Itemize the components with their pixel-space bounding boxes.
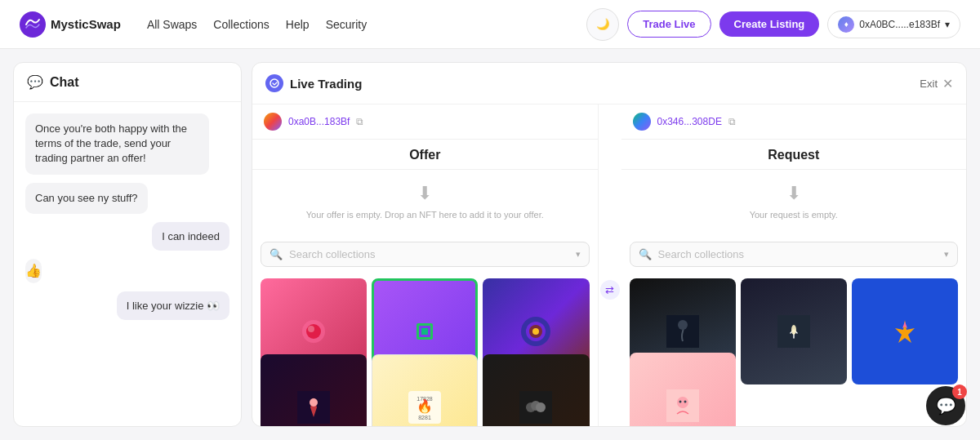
- logo-text: MysticSwap: [51, 17, 121, 31]
- req-nft-img-4: [630, 353, 736, 427]
- exit-button[interactable]: Exit ✕: [920, 76, 953, 91]
- svg-rect-7: [421, 328, 428, 335]
- nft-item-5[interactable]: 178288281🔥: [372, 354, 478, 427]
- req-nft-item-4[interactable]: [630, 353, 736, 427]
- offer-dropdown-arrow[interactable]: ▾: [576, 249, 581, 260]
- nft-img-5: 178288281🔥: [372, 355, 477, 427]
- trading-title: Live Trading: [290, 77, 362, 91]
- offer-search-input[interactable]: [289, 248, 569, 260]
- nav-right: 🌙 Trade Live Create Listing ♦ 0xA0BC....…: [586, 8, 960, 41]
- svg-point-3: [306, 324, 321, 339]
- svg-point-11: [532, 328, 539, 335]
- wallet-dropdown-icon: ▾: [945, 19, 950, 30]
- wallet-address: 0xA0BC.....e183Bf: [859, 19, 940, 30]
- svg-text:🔥: 🔥: [416, 398, 433, 414]
- offer-drop-area[interactable]: ⬇ Your offer is empty. Drop an NFT here …: [252, 170, 598, 235]
- theme-toggle[interactable]: 🌙: [586, 8, 619, 41]
- svg-point-1: [270, 79, 278, 87]
- svg-point-4: [308, 326, 314, 332]
- swap-arrows-icon[interactable]: ⇄: [600, 280, 620, 300]
- trading-header: Live Trading Exit ✕: [252, 63, 966, 104]
- live-icon: [265, 74, 283, 92]
- create-listing-button[interactable]: Create Listing: [719, 11, 820, 37]
- request-search-input[interactable]: [658, 248, 938, 260]
- offer-user-avatar: [264, 113, 282, 131]
- request-user-address[interactable]: 0x346...308DE: [657, 116, 722, 127]
- request-column: 0x346...308DE ⧉ Request ⬇ Your request i…: [621, 104, 967, 426]
- offer-user-address[interactable]: 0xa0B...183Bf: [288, 116, 350, 127]
- main-content: 💬 Chat Once you're both happy with the t…: [0, 49, 980, 440]
- request-copy-icon[interactable]: ⧉: [728, 116, 736, 127]
- request-drop-area[interactable]: ⬇ Your request is empty.: [621, 170, 967, 235]
- nft-img-4: [261, 354, 367, 427]
- chat-messages: Once you're both happy with the terms of…: [14, 102, 241, 426]
- nav-all-swaps[interactable]: All Swaps: [147, 18, 197, 31]
- message-4: 👍: [25, 259, 42, 283]
- swap-divider: ⇄: [599, 104, 621, 426]
- chat-panel: 💬 Chat Once you're both happy with the t…: [13, 62, 242, 427]
- offer-search-bar[interactable]: 🔍 ▾: [261, 242, 590, 267]
- message-2: Can you see ny stuff?: [25, 183, 148, 214]
- nft-img-6: [483, 354, 589, 427]
- svg-point-0: [20, 11, 46, 38]
- message-5: I like your wizzie 👀: [117, 291, 229, 320]
- exit-label: Exit: [920, 78, 938, 90]
- request-search-bar[interactable]: 🔍 ▾: [630, 242, 959, 267]
- chat-title: Chat: [50, 75, 79, 90]
- request-header: 0x346...308DE ⧉: [621, 104, 967, 140]
- svg-point-25: [791, 325, 796, 335]
- nav-collections[interactable]: Collections: [213, 18, 269, 31]
- offer-empty-text: Your offer is empty. Drop an NFT here to…: [306, 209, 544, 221]
- req-nft-item-3[interactable]: [852, 278, 958, 384]
- moon-icon: 🌙: [596, 18, 610, 30]
- req-nft-img-3: [852, 278, 958, 384]
- chat-icon: 💬: [27, 74, 43, 90]
- chat-header: 💬 Chat: [14, 63, 241, 102]
- trading-body: 0xa0B...183Bf ⧉ Offer ⬇ Your offer is em…: [252, 104, 966, 426]
- svg-point-13: [310, 398, 318, 407]
- svg-point-29: [677, 397, 688, 408]
- fab-chat-icon: 💬: [936, 396, 956, 416]
- request-empty-text: Your request is empty.: [750, 209, 838, 221]
- offer-title-area: Offer: [252, 140, 598, 170]
- close-icon[interactable]: ✕: [942, 76, 953, 91]
- nft-item-6[interactable]: [483, 354, 589, 427]
- svg-point-30: [679, 400, 681, 402]
- nav-links: All Swaps Collections Help Security: [147, 18, 367, 31]
- eth-icon: ♦: [838, 16, 854, 33]
- trading-panel: Live Trading Exit ✕ 0xa0B...183Bf ⧉ Offe…: [252, 62, 967, 427]
- offer-title: Offer: [409, 148, 440, 162]
- offer-header: 0xa0B...183Bf ⧉: [252, 104, 598, 140]
- download-icon: ⬇: [417, 183, 432, 204]
- req-nft-img-2: [741, 278, 847, 384]
- svg-text:8281: 8281: [418, 415, 431, 420]
- offer-column: 0xa0B...183Bf ⧉ Offer ⬇ Your offer is em…: [252, 104, 599, 426]
- nav-help[interactable]: Help: [286, 18, 310, 31]
- request-dropdown-arrow[interactable]: ▾: [944, 249, 949, 260]
- request-title-area: Request: [621, 140, 967, 170]
- request-download-icon: ⬇: [786, 183, 801, 204]
- offer-search-icon: 🔍: [270, 248, 283, 260]
- request-nft-grid: [621, 273, 967, 426]
- svg-point-21: [536, 402, 546, 412]
- offer-copy-icon[interactable]: ⧉: [356, 116, 363, 127]
- message-1: Once you're both happy with the terms of…: [25, 113, 209, 175]
- chat-fab[interactable]: 💬 1: [926, 386, 965, 425]
- request-search-icon: 🔍: [639, 248, 652, 260]
- nft-item-4[interactable]: [261, 354, 367, 427]
- offer-nft-grid: 178288281🔥: [252, 273, 598, 426]
- nav-security[interactable]: Security: [326, 18, 368, 31]
- fab-badge: 1: [952, 384, 967, 399]
- svg-point-23: [678, 320, 688, 330]
- message-3: I can indeed: [152, 222, 229, 251]
- request-title: Request: [768, 148, 819, 162]
- navbar: MysticSwap All Swaps Collections Help Se…: [0, 0, 980, 49]
- wallet-button[interactable]: ♦ 0xA0BC.....e183Bf ▾: [827, 11, 960, 38]
- req-nft-item-2[interactable]: [741, 278, 847, 384]
- svg-point-31: [684, 400, 686, 402]
- logo[interactable]: MysticSwap: [20, 11, 121, 38]
- request-user-avatar: [633, 113, 651, 131]
- trade-live-button[interactable]: Trade Live: [627, 11, 710, 38]
